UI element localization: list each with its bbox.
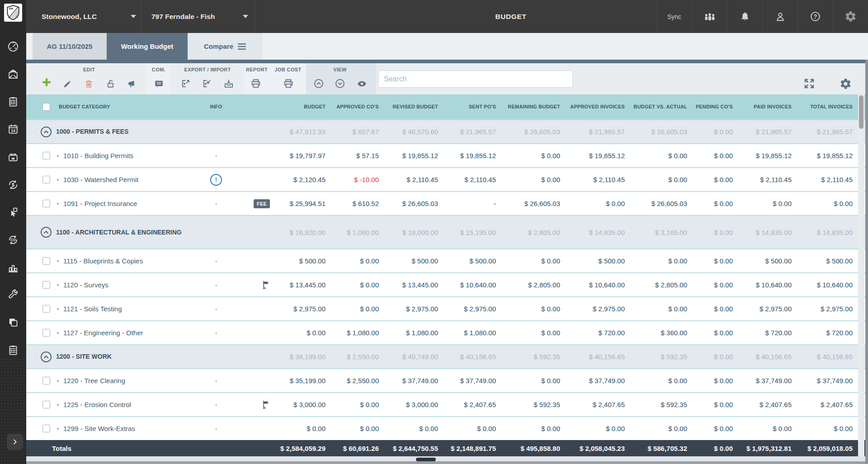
edit-button[interactable] xyxy=(59,75,75,92)
column-header-budget[interactable]: BUDGET xyxy=(273,103,326,110)
horizontal-scrollbar-thumb[interactable] xyxy=(416,458,436,461)
row-label[interactable]: 1225 - Erosion Control xyxy=(56,401,207,408)
collapse-group-button[interactable] xyxy=(41,127,52,137)
cell-value: $ 0.00 xyxy=(326,305,379,313)
row-checkbox[interactable] xyxy=(42,257,50,265)
collapse-group-button[interactable] xyxy=(41,352,52,362)
announce-button[interactable] xyxy=(123,75,140,92)
delete-button[interactable] xyxy=(80,75,97,92)
sidebar-expand-button[interactable] xyxy=(7,434,23,450)
column-header-sent-po-s[interactable]: SENT PO'S xyxy=(438,103,496,110)
sidebar-item-todos-clipboard-icon[interactable] xyxy=(0,94,26,109)
sidebar-item-reports-chart-icon[interactable] xyxy=(0,260,26,275)
fee-badge[interactable]: FEE xyxy=(254,199,270,208)
tab-snapshot[interactable]: AG 11/10/2025 xyxy=(33,33,107,60)
column-header-revised-budget[interactable]: REVISED BUDGET xyxy=(379,103,438,110)
row-label[interactable]: 1000 - PERMITS & FEES xyxy=(56,127,207,136)
row-label[interactable]: 1220 - Tree Clearing xyxy=(56,377,207,384)
save-download-button[interactable] xyxy=(221,75,237,92)
row-checkbox[interactable] xyxy=(42,425,50,432)
row-label[interactable]: 1121 - Soils Testing xyxy=(56,305,207,313)
company-caret-icon[interactable] xyxy=(131,15,136,18)
row-label[interactable]: 1100 - ARCHITECTURAL & ENGINEERING xyxy=(56,228,207,237)
notifications-button[interactable] xyxy=(727,0,762,33)
row-drag-dot xyxy=(57,428,59,430)
expand-all-button[interactable] xyxy=(332,75,348,92)
sidebar-item-files-drawer-icon[interactable] xyxy=(0,150,26,164)
row-checkbox[interactable] xyxy=(42,305,50,313)
flag-icon[interactable]: A xyxy=(262,400,270,409)
row-checkbox[interactable] xyxy=(42,329,50,337)
row-checkbox[interactable] xyxy=(42,281,50,289)
project-selector[interactable]: 797 Ferndale - Fish xyxy=(151,0,215,33)
cell-value: $ 500.00 xyxy=(792,257,853,265)
column-header-info[interactable]: INFO xyxy=(210,103,222,110)
company-selector[interactable]: Stonewood, LLC xyxy=(42,0,97,33)
column-header-paid-invoices[interactable]: PAID INVOICES xyxy=(733,103,792,110)
vertical-scrollbar-thumb[interactable] xyxy=(859,95,863,129)
sync-button[interactable]: Sync xyxy=(656,0,692,33)
cell-value: $ 2,975.00 xyxy=(733,305,792,313)
cell-value: $ 2,407.65 xyxy=(733,401,792,408)
sidebar-item-warranty-wrench-icon[interactable] xyxy=(0,288,26,302)
tab-compare[interactable]: Compare xyxy=(188,33,262,60)
row-label[interactable]: 1010 - Building Permits xyxy=(56,152,207,159)
collapse-all-button[interactable] xyxy=(311,75,327,92)
add-button[interactable] xyxy=(38,74,55,90)
row-label[interactable]: 1115 - Blueprints & Copies xyxy=(56,257,207,265)
row-checkbox[interactable] xyxy=(42,401,50,408)
lock-button[interactable] xyxy=(102,75,118,92)
search-input[interactable] xyxy=(378,70,573,88)
team-button[interactable] xyxy=(692,0,727,33)
row-label[interactable]: 1200 - SITE WORK xyxy=(56,352,207,361)
column-header-remaining-budget[interactable]: REMAINING BUDGET xyxy=(496,103,560,110)
settings-button[interactable] xyxy=(833,0,868,33)
project-caret-icon[interactable] xyxy=(243,15,248,18)
sidebar-item-selections-pointer-icon[interactable] xyxy=(0,205,26,220)
export-button[interactable] xyxy=(178,75,194,92)
column-header-budget-vs-actual[interactable]: BUDGET VS. ACTUAL xyxy=(625,103,687,110)
sidebar-item-dashboard-gauge-icon[interactable] xyxy=(0,39,26,54)
cell-value: $ 3,165.00 xyxy=(625,229,687,236)
column-header-approved-invoices[interactable]: APPROVED INVOICES xyxy=(560,103,625,110)
sidebar-item-budget-money-sync-icon[interactable]: $ xyxy=(0,178,26,192)
report-print-button[interactable] xyxy=(248,75,264,92)
company-logo[interactable]: SW xyxy=(4,4,22,22)
help-button[interactable]: ? xyxy=(797,0,833,33)
flag-icon[interactable]: A xyxy=(262,281,270,290)
row-checkbox[interactable] xyxy=(42,377,50,384)
fullscreen-button[interactable] xyxy=(801,75,817,92)
person-icon xyxy=(774,11,786,23)
row-checkbox[interactable] xyxy=(42,152,50,159)
sidebar-item-messages-mail-icon[interactable] xyxy=(0,67,26,81)
vertical-scrollbar[interactable] xyxy=(858,94,864,456)
collapse-group-button[interactable] xyxy=(41,227,52,238)
select-all-checkbox[interactable] xyxy=(42,103,50,111)
sidebar-item-specs-clipboard-icon[interactable] xyxy=(0,343,26,357)
job-cost-print-button[interactable] xyxy=(280,75,297,92)
row-label[interactable]: 1030 - Watershed Permit xyxy=(56,176,207,183)
row-checkbox[interactable] xyxy=(42,200,50,207)
column-header-total-invoices[interactable]: TOTAL INVOICES xyxy=(792,103,853,110)
visibility-button[interactable] xyxy=(354,75,370,92)
tab-working-budget[interactable]: Working Budget xyxy=(107,33,188,60)
column-header-approved-co-s[interactable]: APPROVED CO'S xyxy=(326,103,379,110)
row-label[interactable]: 1120 - Surveys xyxy=(56,281,207,289)
totals-value: $ 1,975,312.81 xyxy=(733,445,792,452)
sidebar-item-change-orders-sync-icon[interactable]: CO xyxy=(0,233,26,247)
row-checkbox[interactable] xyxy=(42,176,50,183)
row-label[interactable]: 1299 - Site Work-Extras xyxy=(56,425,207,432)
row-label[interactable]: 1091 - Project Insurance xyxy=(56,200,207,207)
alert-icon[interactable]: ! xyxy=(210,174,222,186)
table-settings-button[interactable] xyxy=(837,75,854,92)
cell-value: $ 0.00 xyxy=(496,152,560,159)
cell-value: $ 0.00 xyxy=(438,425,496,432)
import-button[interactable] xyxy=(199,75,215,92)
column-header-category[interactable]: BUDGET CATEGORY xyxy=(56,103,207,110)
sidebar-item-templates-copy-icon[interactable] xyxy=(0,315,26,330)
sidebar-item-schedule-calendar-icon[interactable]: 14 xyxy=(0,122,26,136)
comments-button[interactable] xyxy=(151,75,167,92)
row-label[interactable]: 1127 - Engineering - Other xyxy=(56,329,207,337)
column-header-pending-co-s[interactable]: PENDING CO'S xyxy=(687,103,733,110)
account-button[interactable] xyxy=(762,0,797,33)
